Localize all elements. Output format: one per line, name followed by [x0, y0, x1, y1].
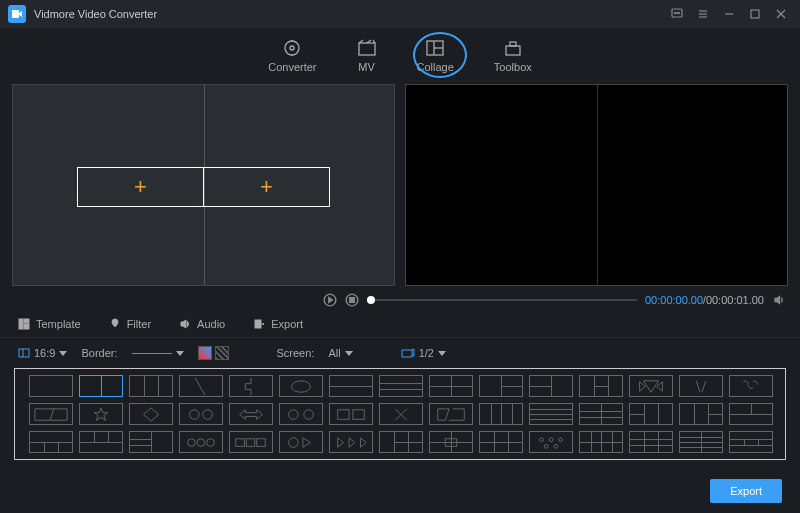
template-item[interactable]	[379, 375, 423, 397]
svg-rect-18	[506, 46, 520, 55]
svg-rect-9	[751, 10, 759, 18]
subtab-template[interactable]: Template	[18, 318, 81, 330]
svg-point-4	[679, 13, 680, 14]
close-button[interactable]	[770, 3, 792, 25]
template-item[interactable]	[729, 431, 773, 453]
template-item[interactable]	[429, 431, 473, 453]
template-item[interactable]	[279, 431, 323, 453]
template-item[interactable]	[229, 431, 273, 453]
template-item[interactable]	[79, 431, 123, 453]
add-slot-left[interactable]: +	[78, 168, 204, 206]
ratio-dropdown[interactable]: 16:9	[18, 347, 67, 359]
tab-converter[interactable]: Converter	[268, 39, 316, 73]
svg-point-38	[203, 410, 212, 419]
template-item[interactable]	[179, 431, 223, 453]
template-item[interactable]	[279, 403, 323, 425]
svg-point-40	[304, 410, 313, 419]
template-item[interactable]	[179, 403, 223, 425]
menu-icon[interactable]	[692, 3, 714, 25]
template-item[interactable]	[229, 375, 273, 397]
divider	[597, 85, 598, 285]
template-item[interactable]	[579, 403, 623, 425]
template-item[interactable]	[79, 403, 123, 425]
svg-point-43	[188, 439, 196, 447]
svg-rect-23	[19, 319, 23, 329]
play-button[interactable]	[323, 293, 337, 307]
svg-point-13	[290, 46, 294, 50]
template-item[interactable]	[679, 403, 723, 425]
seek-track[interactable]	[367, 299, 637, 301]
tab-toolbox[interactable]: Toolbox	[494, 39, 532, 73]
template-item[interactable]	[129, 375, 173, 397]
screen-dropdown[interactable]: All	[328, 347, 352, 359]
template-item[interactable]	[279, 375, 323, 397]
template-item[interactable]	[479, 375, 523, 397]
template-item[interactable]	[679, 375, 723, 397]
template-item[interactable]	[529, 403, 573, 425]
volume-button[interactable]	[772, 293, 786, 307]
template-item[interactable]	[229, 403, 273, 425]
subtab-filter[interactable]: Filter	[109, 318, 151, 330]
template-item[interactable]	[629, 375, 673, 397]
template-item[interactable]	[329, 431, 373, 453]
screen-label: Screen:	[277, 347, 315, 359]
template-item[interactable]	[379, 431, 423, 453]
main-panels: + +	[0, 84, 800, 286]
border-color-picker[interactable]	[198, 346, 229, 360]
template-item[interactable]	[329, 375, 373, 397]
svg-rect-14	[359, 43, 375, 55]
add-slot-right[interactable]: +	[204, 168, 329, 206]
template-item[interactable]	[29, 375, 73, 397]
template-item[interactable]	[579, 375, 623, 397]
template-item[interactable]	[729, 403, 773, 425]
stop-button[interactable]	[345, 293, 359, 307]
template-item[interactable]	[329, 403, 373, 425]
svg-rect-47	[246, 439, 255, 447]
minimize-button[interactable]	[718, 3, 740, 25]
template-item[interactable]	[379, 403, 423, 425]
template-item[interactable]	[529, 375, 573, 397]
svg-marker-35	[657, 382, 663, 391]
template-item[interactable]	[579, 431, 623, 453]
maximize-button[interactable]	[744, 3, 766, 25]
feedback-icon[interactable]	[666, 3, 688, 25]
template-item[interactable]	[79, 375, 123, 397]
template-item[interactable]	[429, 403, 473, 425]
template-item[interactable]	[679, 431, 723, 453]
time-display: 00:00:00.00/00:00:01.00	[645, 294, 764, 306]
playback-bar: 00:00:00.00/00:00:01.00	[0, 290, 800, 310]
svg-point-37	[190, 410, 199, 419]
svg-point-31	[291, 381, 310, 392]
template-item[interactable]	[29, 431, 73, 453]
app-logo	[8, 5, 26, 23]
template-item[interactable]	[129, 431, 173, 453]
collage-canvas[interactable]: + +	[12, 84, 395, 286]
subtab-export[interactable]: Export	[253, 318, 303, 330]
template-item[interactable]	[729, 375, 773, 397]
tab-label: Collage	[417, 61, 454, 73]
border-style-dropdown[interactable]	[132, 351, 184, 356]
template-item[interactable]	[429, 375, 473, 397]
tab-collage[interactable]: Collage	[417, 39, 454, 73]
template-item[interactable]	[479, 431, 523, 453]
template-item[interactable]	[629, 431, 673, 453]
svg-point-44	[197, 439, 205, 447]
app-title: Vidmore Video Converter	[34, 8, 662, 20]
template-item[interactable]	[29, 403, 73, 425]
page-dropdown[interactable]: 1/2	[401, 347, 446, 359]
subtab-audio[interactable]: Audio	[179, 318, 225, 330]
template-item[interactable]	[479, 403, 523, 425]
seek-handle[interactable]	[367, 296, 375, 304]
selection-box[interactable]: + +	[77, 167, 330, 207]
template-item[interactable]	[629, 403, 673, 425]
template-item[interactable]	[529, 431, 573, 453]
tab-mv[interactable]: MV	[357, 39, 377, 73]
template-item[interactable]	[129, 403, 173, 425]
svg-point-49	[289, 438, 298, 447]
svg-point-45	[207, 439, 215, 447]
export-button[interactable]: Export	[710, 479, 782, 503]
main-tabs: Converter MV Collage Toolbox	[0, 28, 800, 84]
svg-rect-19	[510, 42, 516, 46]
svg-rect-0	[12, 10, 19, 18]
template-item[interactable]	[179, 375, 223, 397]
